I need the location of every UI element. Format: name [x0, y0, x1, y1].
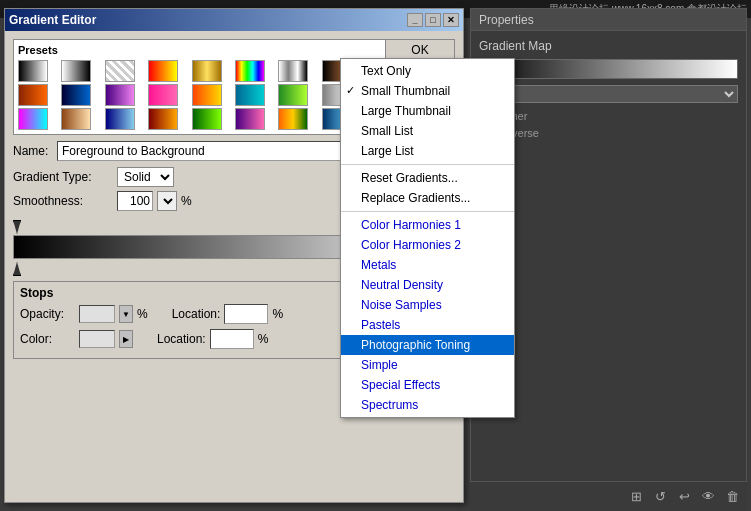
menu-item-text-only[interactable]: Text Only — [341, 61, 514, 81]
smoothness-dropdown[interactable] — [157, 191, 177, 211]
opacity-location-label: Location: — [172, 307, 221, 321]
smoothness-input[interactable] — [117, 191, 153, 211]
context-dropdown-menu: Text OnlySmall ThumbnailLarge ThumbnailS… — [340, 58, 515, 418]
opacity-location-input[interactable] — [224, 304, 268, 324]
titlebar-buttons: _ □ ✕ — [407, 13, 459, 27]
preset-swatch[interactable] — [148, 60, 178, 82]
preset-swatch[interactable] — [18, 108, 48, 130]
properties-bottom-toolbar: ⊞ ↺ ↩ 👁 🗑 — [470, 481, 747, 511]
opacity-unit: % — [137, 307, 148, 321]
menu-item-replace-gradients...[interactable]: Replace Gradients... — [341, 188, 514, 208]
menu-item-pastels[interactable]: Pastels — [341, 315, 514, 335]
preset-swatch[interactable] — [278, 84, 308, 106]
preset-swatch[interactable] — [18, 60, 48, 82]
visibility-icon[interactable]: 👁 — [699, 488, 717, 506]
menu-divider — [341, 164, 514, 165]
smoothness-unit: % — [181, 194, 192, 208]
properties-titlebar: Properties — [471, 9, 746, 31]
color-label: Color: — [20, 332, 75, 346]
menu-item-color-harmonies-2[interactable]: Color Harmonies 2 — [341, 235, 514, 255]
color-stop-bottom[interactable] — [13, 262, 21, 276]
menu-item-simple[interactable]: Simple — [341, 355, 514, 375]
minimize-button[interactable]: _ — [407, 13, 423, 27]
menu-item-large-list[interactable]: Large List — [341, 141, 514, 161]
preset-swatch[interactable] — [61, 60, 91, 82]
preset-swatch[interactable] — [278, 60, 308, 82]
maximize-button[interactable]: □ — [425, 13, 441, 27]
preset-swatch[interactable] — [192, 84, 222, 106]
menu-item-metals[interactable]: Metals — [341, 255, 514, 275]
preset-swatch[interactable] — [61, 84, 91, 106]
opacity-stop-top[interactable] — [13, 220, 21, 234]
gradient-editor-titlebar: Gradient Editor _ □ ✕ — [5, 9, 463, 31]
menu-item-noise-samples[interactable]: Noise Samples — [341, 295, 514, 315]
opacity-label: Opacity: — [20, 307, 75, 321]
opacity-value-box — [79, 305, 115, 323]
gradient-type-select[interactable]: Solid Noise — [117, 167, 174, 187]
menu-item-large-thumbnail[interactable]: Large Thumbnail — [341, 101, 514, 121]
preset-swatch[interactable] — [148, 84, 178, 106]
layers-icon[interactable]: ⊞ — [627, 488, 645, 506]
preset-swatch[interactable] — [61, 108, 91, 130]
menu-item-special-effects[interactable]: Special Effects — [341, 375, 514, 395]
menu-item-photographic-toning[interactable]: Photographic Toning — [341, 335, 514, 355]
preset-swatch[interactable] — [278, 108, 308, 130]
menu-item-color-harmonies-1[interactable]: Color Harmonies 1 — [341, 215, 514, 235]
opacity-dropdown-btn[interactable]: ▼ — [119, 305, 133, 323]
gradient-editor-title: Gradient Editor — [9, 13, 96, 27]
properties-title: Properties — [479, 13, 534, 27]
color-arrow-btn[interactable]: ▶ — [119, 330, 133, 348]
undo-icon[interactable]: ↩ — [675, 488, 693, 506]
rotate-icon[interactable]: ↺ — [651, 488, 669, 506]
menu-item-small-thumbnail[interactable]: Small Thumbnail — [341, 81, 514, 101]
gradient-map-bar[interactable] — [479, 59, 738, 79]
smoothness-label: Smoothness: — [13, 194, 113, 208]
menu-divider — [341, 211, 514, 212]
menu-item-small-list[interactable]: Small List — [341, 121, 514, 141]
preset-swatch[interactable] — [18, 84, 48, 106]
preset-swatch[interactable] — [148, 108, 178, 130]
menu-item-spectrums[interactable]: Spectrums — [341, 395, 514, 415]
gradient-map-label: Gradient Map — [479, 39, 738, 53]
preset-swatch[interactable] — [235, 108, 265, 130]
preset-swatch[interactable] — [105, 84, 135, 106]
preset-swatch[interactable] — [192, 60, 222, 82]
menu-item-neutral-density[interactable]: Neutral Density — [341, 275, 514, 295]
color-value-box[interactable] — [79, 330, 115, 348]
preset-swatch[interactable] — [105, 60, 135, 82]
preset-swatch[interactable] — [235, 60, 265, 82]
gradient-map-dropdown[interactable] — [479, 85, 738, 103]
color-location-unit: % — [258, 332, 269, 346]
preset-swatch[interactable] — [235, 84, 265, 106]
menu-item-reset-gradients...[interactable]: Reset Gradients... — [341, 168, 514, 188]
color-location-label: Location: — [157, 332, 206, 346]
name-label: Name: — [13, 144, 53, 158]
gradient-type-label: Gradient Type: — [13, 170, 113, 184]
color-location-input[interactable] — [210, 329, 254, 349]
opacity-location-unit: % — [272, 307, 283, 321]
preset-swatch[interactable] — [105, 108, 135, 130]
preset-swatch[interactable] — [192, 108, 222, 130]
close-button[interactable]: ✕ — [443, 13, 459, 27]
delete-icon[interactable]: 🗑 — [723, 488, 741, 506]
